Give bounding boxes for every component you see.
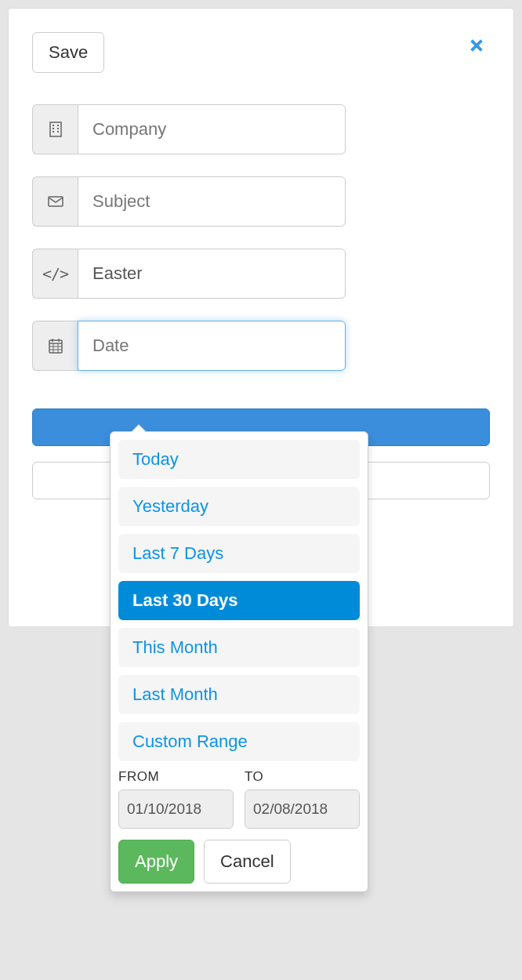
range-inputs: FROM TO [118,769,360,829]
from-date-input[interactable] [118,789,234,829]
to-date-input[interactable] [245,789,360,829]
svg-rect-3 [53,128,54,129]
svg-rect-6 [57,131,59,132]
date-addon [32,321,78,371]
calendar-icon [46,336,65,355]
cancel-button[interactable]: Cancel [204,840,290,884]
range-actions: Apply Cancel [118,840,360,884]
code-icon: </> [42,264,68,283]
range-yesterday[interactable]: Yesterday [118,487,360,526]
subject-addon [32,176,78,227]
svg-rect-4 [57,128,59,129]
modal-header: Save [32,32,490,73]
svg-rect-2 [57,125,59,126]
save-button[interactable]: Save [32,32,104,73]
range-today[interactable]: Today [118,440,360,479]
svg-rect-5 [53,131,54,132]
close-icon [468,37,485,54]
svg-rect-0 [50,122,61,136]
range-last-7-days[interactable]: Last 7 Days [118,534,360,573]
date-input[interactable] [78,321,346,371]
company-group [32,104,346,154]
apply-button[interactable]: Apply [118,840,194,884]
from-col: FROM [118,769,234,829]
date-group [32,321,346,371]
range-last-month[interactable]: Last Month [118,675,360,714]
envelope-icon [46,192,65,211]
code-group: </> [32,249,346,299]
close-button[interactable] [463,32,490,61]
range-last-30-days[interactable]: Last 30 Days [118,581,360,620]
daterange-popup: Today Yesterday Last 7 Days Last 30 Days… [110,431,368,892]
from-label: FROM [118,769,234,785]
company-addon [32,104,78,154]
range-custom[interactable]: Custom Range [118,722,360,761]
building-icon [46,120,65,139]
subject-group [32,176,346,227]
company-input[interactable] [78,104,346,154]
to-col: TO [245,769,360,829]
svg-rect-1 [53,125,54,126]
range-this-month[interactable]: This Month [118,628,360,667]
to-label: TO [245,769,360,785]
svg-rect-7 [49,197,63,206]
subject-input[interactable] [78,176,346,227]
code-input[interactable] [78,249,346,299]
code-addon: </> [32,249,78,299]
